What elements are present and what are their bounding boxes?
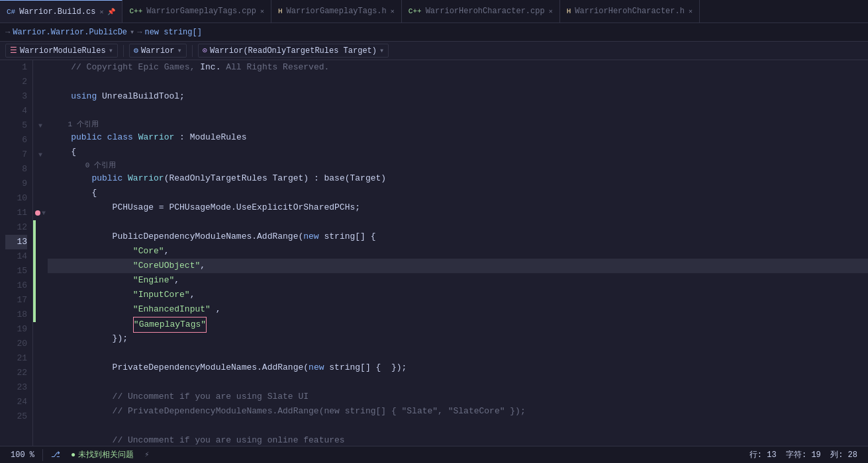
status-divider1 [42,449,43,461]
line-info: 行: 13 字符: 19 列: 28 [749,449,857,460]
toolbar-warrior-dropdown[interactable]: ▾ [177,46,182,56]
tab-heroh-h[interactable]: H WarriorHerohCharacter.h ✕ [560,0,700,23]
line-num-16: 16 [5,278,27,293]
line-num-6: 6 [5,133,27,147]
code-line-21 [48,375,868,390]
toolbar-module-icon: ☰ [10,46,17,56]
fold-5[interactable]: ▼ [33,118,48,133]
tab-heroh-cpp[interactable]: C++ WarriorHerohCharacter.cpp ✕ [402,0,560,23]
breadcrumb-dropdown1[interactable]: ▾ [130,27,134,37]
line-num-5: 5 [5,118,27,133]
code-using [50,89,71,104]
line-num-10: 10 [5,191,27,206]
green-bar-17 [33,293,36,308]
code-line-6: { [48,145,868,159]
toolbar-gear-section[interactable]: ⚙ Warrior ▾ [129,44,187,58]
toolbar-target-dropdown[interactable]: ▾ [379,46,384,56]
tab-gameplay-tags-cpp[interactable]: C++ WarriorGameplayTags.cpp ✕ [122,0,271,23]
fold-23 [33,380,48,395]
status-line[interactable]: 行: 13 字符: 19 列: 28 [744,446,863,463]
status-issues[interactable]: ● 未找到相关问题 [66,446,139,463]
toolbar-warrior-label: Warrior [141,46,174,56]
code-line-3: using UnrealBuildTool; [48,89,868,104]
fold-2 [33,75,48,89]
ref-hint-line5: 1 个引用 [48,118,868,130]
tab-close-heroh-cpp[interactable]: ✕ [549,7,553,15]
toolbar-module-rules[interactable]: ☰ WarriorModuleRules ▾ [5,44,118,58]
status-flash[interactable]: ⚡ [139,446,154,463]
tab-warrior-build[interactable]: C# Warrior.Build.cs ✕ 📌 [0,0,122,23]
breadcrumb-arrow2: → [137,28,142,37]
toolbar-module-dropdown[interactable]: ▾ [109,46,113,56]
breadcrumb-item1[interactable]: Warrior.Warrior.PublicDe [13,28,127,37]
fold-19 [33,322,48,337]
target-icon: ⊙ [203,46,207,56]
tab-label-gameplay-tags-cpp: WarriorGameplayTags.cpp [146,7,256,16]
code-editor: 1 2 3 4 5 6 7 8 9 10 11 12 13 14 15 16 1… [0,60,868,446]
line-num-8: 8 [5,162,27,177]
breadcrumb-item2[interactable]: new string[] [144,28,201,37]
fold-12 [33,220,48,235]
fold-1 [33,60,48,75]
tab-close-gameplay-tags-cpp[interactable]: ✕ [260,7,264,15]
code-line-24 [48,419,868,433]
tab-icon-h2: H [567,7,571,15]
line-num-14: 14 [5,249,27,264]
code-line-12: "Core", [48,244,868,259]
toolbar-target-label: Warrior(ReadOnlyTargetRules Target) [210,46,377,56]
fold-icon-11[interactable]: ▼ [42,210,46,217]
status-git[interactable]: ⎇ [46,446,66,463]
code-comment-1: // Copyright Epic Games, Inc. All Rights… [50,60,329,75]
tab-pin[interactable]: 📌 [107,8,115,16]
code-line-18: }); [48,331,868,346]
line-num-20: 20 [5,337,27,351]
line-num-18: 18 [5,308,27,322]
tab-close-warrior-build[interactable]: ✕ [99,8,103,16]
tab-icon-cpp2: C++ [409,7,422,15]
fold-18 [33,308,48,322]
fold-6 [33,133,48,147]
code-line-1: // Copyright Epic Games, Inc. All Rights… [48,60,868,75]
code-line-15: "InputCore", [48,288,868,302]
green-bar-14 [33,249,36,264]
tab-close-heroh-h[interactable]: ✕ [689,7,693,15]
code-content-area[interactable]: // Copyright Epic Games, Inc. All Rights… [48,60,868,446]
tab-icon-cs: C# [7,8,15,16]
tab-icon-h: H [278,7,283,15]
fold-13 [33,235,48,249]
fold-4 [33,104,48,118]
line-num-25: 25 [5,409,27,424]
code-line-19 [48,346,868,360]
tab-gameplay-tags-h[interactable]: H WarriorGameplayTags.h ✕ [271,0,402,23]
green-bar-15 [33,264,36,278]
fold-7[interactable]: ▼ [33,147,48,162]
code-line-10 [48,215,868,230]
code-line-23: // PrivateDependencyModuleNames.AddRange… [48,404,868,419]
fold-icon-7[interactable]: ▼ [38,151,42,159]
fold-15 [33,264,48,278]
line-num-21: 21 [5,351,27,366]
ref-hint-line7: 0 个引用 [48,159,868,171]
code-line-20: PrivateDependencyModuleNames.AddRange(ne… [48,360,868,375]
fold-10 [33,191,48,206]
status-zoom[interactable]: 100 % [5,446,40,463]
fold-11[interactable]: ▼ [33,206,48,220]
fold-22 [33,366,48,380]
green-bar-18 [33,308,36,322]
toolbar-divider1 [123,45,124,57]
line-num-3: 3 [5,89,27,104]
code-kw-using: using [71,89,97,104]
main-area: 1 2 3 4 5 6 7 8 9 10 11 12 13 14 15 16 1… [0,60,868,446]
code-line-7: public Warrior(ReadOnlyTargetRules Targe… [48,171,868,186]
fold-icon-5[interactable]: ▼ [38,122,42,130]
toolbar-target-section[interactable]: ⊙ Warrior(ReadOnlyTargetRules Target) ▾ [198,44,389,58]
line-num-9: 9 [5,177,27,191]
line-num-12: 12 [5,220,27,235]
warning-icon: ● [71,450,75,460]
line-num-13: 13 [5,235,27,249]
tab-close-gameplay-tags-h[interactable]: ✕ [391,7,395,15]
red-box-gameplay-tags: "GameplayTags" [133,317,207,333]
code-line-25: // Uncomment if you are using online fea… [48,433,868,446]
code-line-14: "Engine", [48,273,868,288]
line-num-2: 2 [5,75,27,89]
